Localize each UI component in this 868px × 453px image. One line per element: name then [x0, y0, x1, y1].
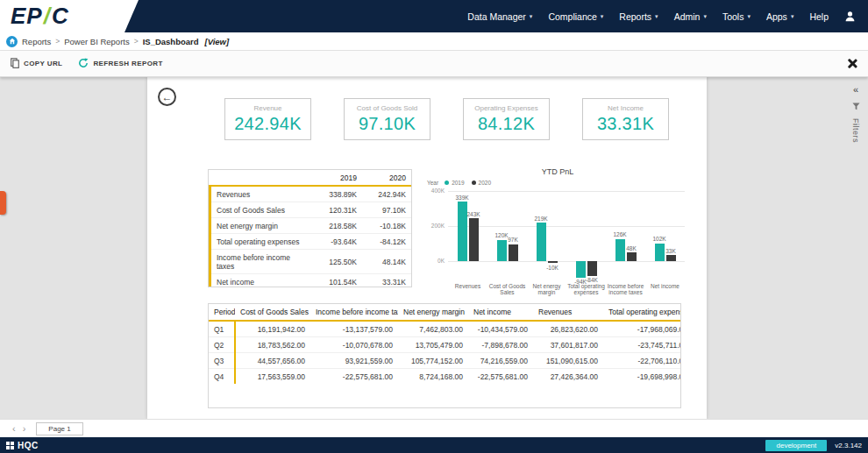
version-label: v2.3.142 [835, 442, 862, 449]
matrix-table-body: Revenues338.89K242.94KCost of Goods Sale… [210, 186, 412, 287]
report-area: ← Revenue242.94KCost of Goods Sold97.10K… [0, 77, 868, 419]
logo-part1: EP [11, 3, 43, 29]
epic-logo-text: EP/C [11, 3, 69, 30]
top-navbar: EP/C Data Manager▾Compliance▾Reports▾Adm… [0, 0, 868, 32]
page-tab[interactable]: Page 1 [36, 422, 82, 435]
epic-logo[interactable]: EP/C [0, 0, 139, 32]
user-icon[interactable] [844, 11, 856, 22]
left-edge-tab[interactable] [0, 191, 6, 215]
back-button[interactable]: ← [158, 88, 176, 106]
detail-value-cell: 13,705,479.00 [398, 337, 468, 353]
chevron-down-icon: ▾ [601, 13, 604, 20]
chart-bar-2020-net-energy-margin[interactable] [548, 261, 558, 263]
close-icon[interactable] [846, 58, 857, 69]
legend-title: Year [427, 180, 438, 186]
legend-series-label: 2019 [452, 180, 464, 186]
chart-bar-2020-revenues[interactable] [469, 218, 479, 261]
chart-gridline [448, 226, 685, 227]
logo-accent-slash: / [43, 3, 52, 29]
matrix-corner-cell [210, 170, 314, 186]
chart-bar-2020-income-before-income-taxes[interactable] [627, 252, 637, 261]
kpi-card-net-income: Net Income33.31K [582, 98, 669, 140]
matrix-row-cost-of-goods-sales: Cost of Goods Sales120.31K97.10K [210, 202, 412, 218]
chevron-down-icon: ▾ [747, 13, 751, 20]
matrix-row-revenues: Revenues338.89K242.94K [210, 186, 412, 202]
refresh-report-button[interactable]: REFRESH REPORT [78, 58, 162, 70]
detail-value-cell: -22,575,681.00 [468, 369, 533, 385]
detail-value-cell: 27,426,364.00 [533, 369, 603, 385]
chart-bar-value-label: 126K [609, 231, 631, 237]
detail-period-cell: Q4 [209, 369, 235, 385]
chart-bar-2019-total-operating-expenses[interactable] [576, 261, 586, 278]
kpi-value: 84.12K [478, 114, 535, 134]
chart-bar-2019-net-energy-margin[interactable] [537, 223, 546, 261]
detail-value-cell: 105,774,152.00 [398, 353, 468, 369]
matrix-value-cell: 48.14K [362, 250, 411, 274]
filter-funnel-icon[interactable] [852, 103, 860, 110]
detail-value-cell: 93,921,559.00 [310, 353, 398, 369]
matrix-value-cell: -93.64K [313, 234, 362, 250]
nav-item-reports[interactable]: Reports▾ [619, 11, 658, 22]
detail-row-q4: Q417,563,559.00-22,575,681.008,724,168.0… [209, 369, 681, 385]
status-bar: HQC development v2.3.142 [0, 437, 868, 453]
nav-item-data-manager[interactable]: Data Manager▾ [467, 11, 532, 22]
breadcrumb-item-power-bi-reports[interactable]: Power BI Reports [64, 37, 129, 46]
nav-item-tools[interactable]: Tools▾ [722, 11, 751, 22]
refresh-icon [78, 58, 89, 70]
matrix-value-cell: 218.58K [313, 218, 362, 234]
matrix-value-cell: 101.54K [313, 274, 362, 288]
next-page-icon[interactable]: › [19, 424, 30, 434]
hqc-logo[interactable]: HQC [6, 441, 39, 450]
chart-bar-2020-net-income[interactable] [666, 255, 676, 261]
matrix-value-cell: 120.31K [313, 202, 362, 218]
detail-value-cell: 44,557,656.00 [235, 353, 310, 369]
copy-url-button[interactable]: COPY URL [11, 58, 62, 70]
breadcrumb-item-is-dashboard[interactable]: IS_Dashboard [143, 37, 199, 46]
status-right: development v2.3.142 [765, 440, 862, 451]
detail-value-cell: -10,070,678.00 [310, 337, 398, 353]
chart-bar-2020-cost-of-goods-sales[interactable] [509, 244, 518, 261]
kpi-label: Operating Expenses [474, 104, 538, 112]
breadcrumb-item-reports[interactable]: Reports [22, 37, 51, 46]
legend-item-2019[interactable]: 2019 [445, 180, 464, 186]
matrix-value-cell: 242.94K [362, 186, 411, 202]
detail-value-cell: 7,462,803.00 [398, 321, 468, 337]
nav-item-apps[interactable]: Apps▾ [766, 11, 793, 22]
kpi-label: Net Income [608, 104, 644, 112]
home-icon[interactable] [6, 36, 18, 47]
ytd-pnl-chart: YTD PnL Year 20192020 400K200K0K339K243K… [422, 165, 694, 301]
copy-url-label: COPY URL [24, 60, 62, 67]
matrix-visual: 20192020 Revenues338.89K242.94KCost of G… [208, 169, 412, 287]
nav-item-compliance[interactable]: Compliance▾ [548, 11, 603, 22]
chart-bar-value-label: 97K [502, 237, 524, 243]
matrix-value-cell: -10.18K [362, 218, 411, 234]
matrix-row-net-income: Net income101.54K33.31K [210, 274, 412, 288]
detail-value-cell: 74,216,559.00 [468, 353, 533, 369]
detail-column-header-total-operating-expenses: Total operating expenses [603, 304, 681, 321]
nav-item-help[interactable]: Help [809, 11, 829, 22]
matrix-header-row: 20192020 [210, 170, 412, 186]
chart-bar-2020-total-operating-expenses[interactable] [587, 261, 597, 276]
legend-item-2020[interactable]: 2020 [472, 180, 491, 186]
refresh-report-label: REFRESH REPORT [93, 60, 162, 67]
matrix-table: 20192020 Revenues338.89K242.94KCost of G… [209, 170, 411, 287]
prev-page-icon[interactable]: ‹ [9, 424, 19, 434]
chart-bar-value-label: 243K [463, 211, 485, 217]
matrix-row-label: Revenues [210, 186, 314, 202]
nav-item-label: Compliance [548, 11, 596, 22]
detail-column-header-cost-of-goods-sales: Cost of Goods Sales [235, 304, 310, 321]
matrix-year-header-2019: 2019 [313, 170, 362, 186]
detail-value-cell: -22,575,681.00 [310, 369, 398, 385]
chart-plot: 400K200K0K339K243KRevenues120K97KCost of… [448, 191, 685, 279]
legend-swatch-icon [445, 180, 449, 185]
chart-bar-2019-cost-of-goods-sales[interactable] [497, 240, 507, 261]
detail-value-cell: -19,698,998.00 [603, 369, 681, 385]
chart-bar-value-label: 219K [530, 216, 552, 222]
nav-item-label: Apps [766, 11, 787, 22]
nav-item-admin[interactable]: Admin▾ [674, 11, 707, 22]
matrix-row-label: Cost of Goods Sales [210, 202, 314, 218]
chart-legend: Year 20192020 [427, 180, 491, 186]
expand-filters-chevron-icon[interactable]: « [853, 84, 858, 95]
nav-item-label: Admin [674, 11, 701, 22]
detail-value-cell: 151,090,615.00 [533, 353, 603, 369]
